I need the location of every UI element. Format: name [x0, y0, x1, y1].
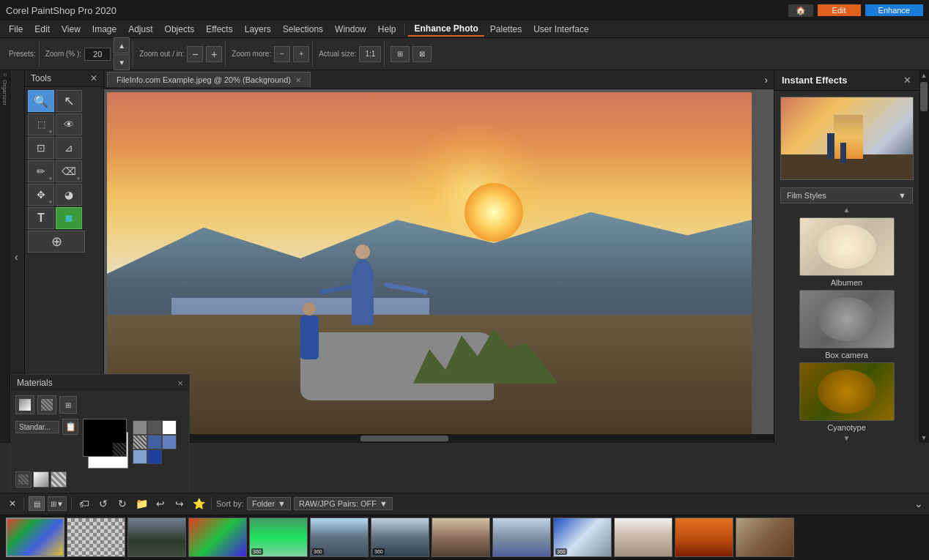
move-tool-btn[interactable]: ✥ ▼ — [28, 184, 54, 206]
swatch-light-blue[interactable] — [162, 435, 177, 449]
zoom-in-btn[interactable]: + — [206, 46, 222, 62]
crop-tool-btn[interactable]: ⊡ — [28, 137, 54, 159]
zoom-up-btn[interactable]: ▲ — [114, 37, 130, 53]
menu-view[interactable]: View — [56, 23, 86, 36]
h-scroll-thumb[interactable] — [360, 436, 448, 441]
menu-image[interactable]: Image — [86, 23, 122, 36]
menu-help[interactable]: Help — [372, 23, 402, 36]
zoom-more-plus-btn[interactable]: + — [293, 46, 309, 62]
tools-close-btn[interactable]: ✕ — [90, 73, 97, 83]
home-button[interactable]: 🏠 — [788, 4, 813, 17]
fs-folder-btn[interactable]: 📁 — [133, 496, 149, 512]
actual-size-btn[interactable]: 1:1 — [359, 46, 381, 62]
swatch-pattern-1[interactable] — [133, 435, 147, 449]
menu-palettes[interactable]: Palettes — [484, 23, 528, 36]
materials-book-icon[interactable]: 📋 — [62, 419, 78, 435]
zoom-out-btn[interactable]: − — [187, 46, 203, 62]
fit-window-btn[interactable]: ⊞ — [391, 46, 410, 62]
zoom-more-minus-btn[interactable]: − — [274, 46, 290, 62]
menu-enhance-photo[interactable]: Enhance Photo — [408, 22, 484, 37]
marquee-tool-btn[interactable]: ⬚ ▼ — [28, 113, 54, 135]
ie-scrollbar-up-btn[interactable]: ▲ — [919, 70, 929, 81]
film-thumb-9[interactable] — [492, 518, 551, 557]
mat-gradient-icon[interactable] — [15, 395, 34, 414]
materials-preset-dropdown[interactable]: Standar... — [15, 421, 59, 433]
swatch-white[interactable] — [162, 420, 177, 435]
zoom-tool-btn[interactable]: 🔍 ▼ — [28, 90, 54, 112]
mat-options-icon[interactable]: ⊞ — [59, 396, 77, 414]
fs-view-grid-btn[interactable]: ⊞▼ — [48, 496, 67, 511]
enhance-button[interactable]: Enhance — [865, 4, 923, 16]
tab-nav-prev-btn[interactable]: ‹ — [12, 251, 21, 263]
h-scrollbar[interactable] — [104, 434, 774, 443]
text-tool-btn[interactable]: T — [28, 207, 54, 229]
canvas-container[interactable] — [104, 89, 774, 434]
effect-box-camera[interactable]: Box camera — [780, 290, 913, 359]
fs-undo-btn[interactable]: ↩ — [152, 496, 169, 512]
edit-button[interactable]: Edit — [818, 4, 861, 16]
materials-close-btn[interactable]: ✕ — [177, 379, 183, 387]
fs-rotate-right-btn[interactable]: ↻ — [114, 496, 130, 512]
menu-file[interactable]: File — [3, 23, 29, 36]
canvas-tab[interactable]: FileInfo.com Example.jpeg @ 20% (Backgro… — [107, 72, 311, 87]
ie-close-btn[interactable]: ✕ — [903, 75, 911, 86]
tab-nav-right-btn[interactable]: › — [761, 74, 771, 86]
film-thumb-3[interactable] — [127, 518, 186, 557]
swatch-extra-2[interactable] — [33, 471, 49, 488]
canvas-tab-close[interactable]: ✕ — [295, 76, 301, 84]
fit-full-btn[interactable]: ⊠ — [412, 46, 432, 62]
film-thumb-11[interactable] — [614, 518, 673, 557]
ie-scrollbar-down-btn[interactable]: ▼ — [919, 433, 929, 443]
raw-pairs-dropdown[interactable]: RAW/JPG Pairs: OFF ▼ — [294, 497, 393, 510]
fs-redo-btn[interactable]: ↪ — [171, 496, 188, 512]
menu-adjust[interactable]: Adjust — [122, 23, 158, 36]
film-thumb-4[interactable] — [188, 518, 247, 557]
mat-pattern-icon[interactable] — [37, 395, 56, 414]
fs-tag-btn[interactable]: 🏷 — [76, 496, 92, 512]
menu-edit[interactable]: Edit — [29, 23, 56, 36]
swatch-extra-1[interactable] — [15, 471, 32, 488]
film-thumb-13[interactable] — [736, 518, 794, 557]
clone-tool-btn[interactable]: ⌫ ▼ — [56, 160, 82, 182]
film-thumb-6[interactable]: 360 — [310, 518, 369, 557]
swatch-extra-3[interactable] — [51, 471, 67, 488]
film-thumb-10[interactable]: 360 — [553, 518, 612, 557]
flood-fill-btn[interactable]: ◕ — [56, 184, 82, 206]
menu-effects[interactable]: Effects — [200, 23, 238, 36]
film-thumb-1[interactable] — [6, 518, 64, 557]
sort-folder-dropdown[interactable]: Folder ▼ — [247, 497, 291, 510]
fs-view-list-btn[interactable]: ▤ — [29, 496, 45, 511]
menu-objects[interactable]: Objects — [159, 23, 201, 36]
select-tool-btn[interactable]: ↖ — [56, 90, 82, 112]
menu-selections[interactable]: Selections — [277, 23, 329, 36]
film-thumb-5[interactable]: 360 — [249, 518, 308, 557]
fs-expand-btn[interactable]: ⌄ — [914, 498, 923, 509]
ie-category-dropdown[interactable]: Film Styles ▼ — [780, 187, 913, 204]
ie-scroll-down-btn[interactable]: ▼ — [774, 433, 919, 443]
menu-window[interactable]: Window — [329, 23, 372, 36]
brush-tool-btn[interactable]: ✏ ▼ — [28, 160, 54, 182]
fs-close-btn[interactable]: ✕ — [6, 497, 19, 510]
ie-scrollbar-track[interactable]: ▲ ▼ — [919, 70, 929, 443]
straighten-tool-btn[interactable]: ⊿ — [56, 137, 82, 159]
effect-albumen[interactable]: Albumen — [780, 217, 913, 287]
organizer-label[interactable]: Organizer — [1, 80, 8, 105]
swatch-dark-blue[interactable] — [147, 449, 162, 464]
color-swatch-btn[interactable]: ■ — [56, 207, 82, 229]
fs-rotate-left-btn[interactable]: ↺ — [95, 496, 111, 512]
fs-star-btn[interactable]: ⭐ — [190, 496, 207, 512]
film-thumb-8[interactable] — [432, 518, 490, 557]
zoom-down-btn[interactable]: ▼ — [114, 54, 130, 70]
zoom-input[interactable] — [84, 48, 111, 61]
swatch-fg[interactable] — [83, 419, 127, 457]
film-thumb-7[interactable]: 360 — [371, 518, 429, 557]
film-thumb-12[interactable] — [675, 518, 733, 557]
effect-cyanotype[interactable]: Cyanotype — [780, 362, 913, 432]
swatch-gray[interactable] — [133, 420, 147, 435]
film-thumb-2[interactable] — [67, 518, 125, 557]
menu-layers[interactable]: Layers — [239, 23, 277, 36]
add-tool-btn[interactable]: ⊕ — [28, 231, 85, 253]
ie-scrollbar-thumb[interactable] — [920, 82, 928, 111]
eye-dropper-btn[interactable]: 👁 — [56, 113, 82, 135]
swatch-blue[interactable] — [147, 435, 162, 449]
